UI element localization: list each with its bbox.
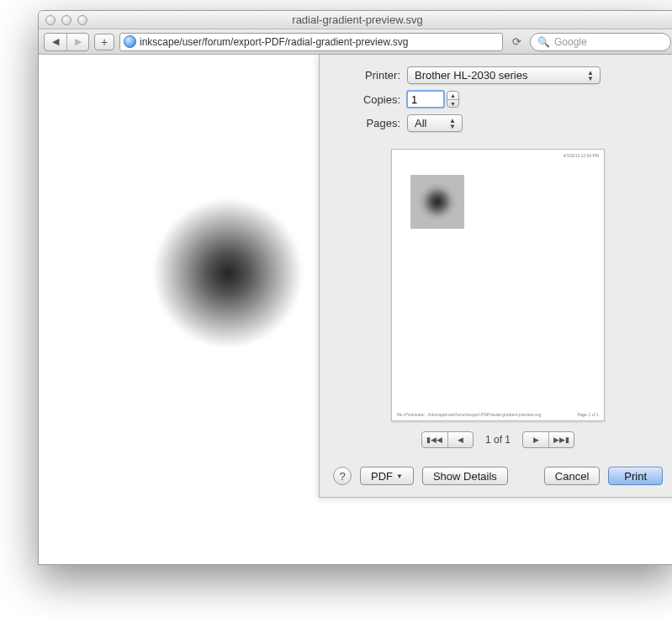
radial-gradient-graphic — [152, 198, 304, 349]
nav-back-forward: ◀ ▶ — [44, 33, 89, 51]
forward-button[interactable]: ▶ — [66, 34, 88, 50]
cancel-label: Cancel — [555, 470, 589, 483]
plus-icon: + — [101, 35, 108, 49]
close-window-button[interactable] — [45, 15, 56, 25]
first-icon: ▮◀◀ — [426, 436, 442, 444]
pdf-menu-button[interactable]: PDF ▼ — [360, 467, 414, 485]
last-page-button[interactable]: ▶▶▮ — [548, 432, 574, 447]
updown-icon: ▲▼ — [585, 70, 596, 82]
search-icon: 🔍 — [537, 36, 550, 48]
stepper-down-icon: ▼ — [447, 99, 458, 107]
reload-icon: ⟳ — [512, 35, 521, 48]
print-preview: 4/1/2013 12:34 PM file:///Volumes/.../in… — [320, 145, 672, 458]
print-button[interactable]: Print — [608, 467, 663, 485]
site-icon — [124, 35, 136, 48]
prev-page-button[interactable]: ◀ — [447, 432, 473, 447]
printer-row: Printer: Brother HL-2030 series ▲▼ — [335, 66, 661, 84]
browser-window: radial-gradient-preview.svg ◀ ▶ + inksca… — [38, 10, 672, 565]
titlebar: radial-gradient-preview.svg — [39, 11, 672, 29]
toolbar: ◀ ▶ + inkscape/user/forum/export-PDF/rad… — [39, 29, 672, 55]
minimize-window-button[interactable] — [61, 15, 71, 25]
pdf-label: PDF — [371, 470, 393, 483]
preview-footer-right: Page 1 of 1 — [577, 412, 599, 417]
print-form: Printer: Brother HL-2030 series ▲▼ Copie… — [320, 55, 672, 145]
reload-button[interactable]: ⟳ — [508, 34, 525, 50]
copies-input[interactable] — [407, 91, 444, 108]
page-indicator: 1 of 1 — [485, 434, 511, 446]
preview-page: 4/1/2013 12:34 PM file:///Volumes/.../in… — [391, 149, 605, 421]
printer-label: Printer: — [335, 69, 400, 82]
window-title: radial-gradient-preview.svg — [39, 13, 672, 26]
pager-forward-group: ▶ ▶▶▮ — [522, 431, 574, 448]
printer-value: Brother HL-2030 series — [415, 69, 527, 82]
address-text: inkscape/user/forum/export-PDF/radial-gr… — [140, 36, 500, 48]
show-details-label: Show Details — [433, 470, 497, 483]
print-dialog: Printer: Brother HL-2030 series ▲▼ Copie… — [319, 55, 672, 498]
zoom-window-button[interactable] — [77, 15, 87, 25]
pager-back-group: ▮◀◀ ◀ — [421, 431, 474, 448]
search-placeholder: Google — [554, 36, 587, 48]
preview-graphic — [410, 175, 464, 229]
cancel-button[interactable]: Cancel — [544, 467, 600, 485]
copies-row: Copies: ▲ ▼ — [335, 91, 661, 108]
last-icon: ▶▶▮ — [553, 436, 569, 444]
help-icon: ? — [339, 470, 345, 483]
chevron-left-icon: ◀ — [52, 36, 59, 47]
pages-select[interactable]: All ▲▼ — [407, 114, 463, 132]
show-details-button[interactable]: Show Details — [422, 467, 508, 485]
stepper-up-icon: ▲ — [447, 92, 458, 99]
traffic-lights — [39, 15, 87, 25]
pages-value: All — [415, 117, 426, 129]
first-page-button[interactable]: ▮◀◀ — [422, 432, 447, 447]
preview-header-right: 4/1/2013 12:34 PM — [564, 153, 599, 158]
printer-select[interactable]: Brother HL-2030 series ▲▼ — [407, 66, 601, 84]
next-page-button[interactable]: ▶ — [523, 432, 548, 447]
preview-pager: ▮◀◀ ◀ 1 of 1 ▶ ▶▶▮ — [421, 431, 574, 448]
chevron-down-icon: ▼ — [396, 473, 403, 480]
preview-footer-left: file:///Volumes/.../inkscape/user/forum/… — [397, 412, 541, 417]
prev-icon: ◀ — [458, 436, 463, 444]
add-bookmark-button[interactable]: + — [94, 34, 114, 50]
pages-row: Pages: All ▲▼ — [335, 114, 661, 132]
copies-label: Copies: — [335, 93, 400, 106]
pages-label: Pages: — [335, 117, 400, 129]
dialog-button-bar: ? PDF ▼ Show Details Cancel Print — [320, 458, 672, 497]
search-field[interactable]: 🔍 Google — [530, 33, 671, 51]
back-button[interactable]: ◀ — [45, 34, 66, 50]
copies-stepper[interactable]: ▲ ▼ — [447, 91, 459, 108]
address-bar[interactable]: inkscape/user/forum/export-PDF/radial-gr… — [119, 33, 503, 51]
print-label: Print — [624, 470, 647, 483]
updown-icon: ▲▼ — [447, 118, 458, 129]
chevron-right-icon: ▶ — [75, 36, 82, 47]
page-content: Printer: Brother HL-2030 series ▲▼ Copie… — [39, 55, 672, 564]
help-button[interactable]: ? — [333, 467, 352, 485]
next-icon: ▶ — [533, 436, 539, 444]
